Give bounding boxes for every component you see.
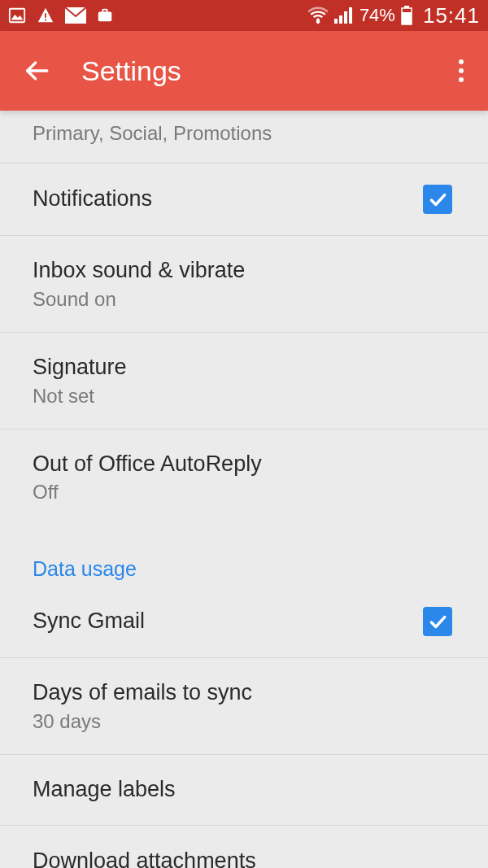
manage-labels-row[interactable]: Manage labels	[0, 755, 488, 826]
inbox-sound-row[interactable]: Inbox sound & vibrate Sound on	[0, 236, 488, 333]
cell-signal-icon	[333, 7, 353, 24]
inbox-sound-subtitle: Sound on	[33, 288, 455, 311]
briefcase-icon	[96, 7, 114, 24]
check-icon	[427, 611, 448, 632]
check-icon	[427, 189, 448, 210]
svg-rect-9	[344, 11, 347, 24]
app-bar: Settings	[0, 31, 488, 111]
wifi-icon	[307, 7, 329, 24]
battery-percent: 74%	[359, 5, 395, 26]
days-sync-title: Days of emails to sync	[33, 679, 455, 707]
sync-gmail-title: Sync Gmail	[33, 608, 423, 635]
notifications-checkbox[interactable]	[423, 185, 452, 214]
download-attachments-title: Download attachments	[33, 848, 455, 868]
back-button[interactable]	[23, 57, 59, 85]
svg-rect-2	[45, 20, 46, 21]
ooo-subtitle: Off	[33, 481, 455, 504]
signature-subtitle: Not set	[33, 385, 455, 408]
svg-rect-0	[10, 9, 24, 23]
overflow-menu-button[interactable]	[451, 51, 472, 90]
warning-icon	[36, 7, 55, 24]
more-vert-icon	[459, 59, 464, 64]
signature-row[interactable]: Signature Not set	[0, 333, 488, 430]
battery-icon	[400, 6, 413, 25]
status-bar: 74% 15:41	[0, 0, 488, 31]
mail-icon	[65, 7, 86, 24]
days-sync-row[interactable]: Days of emails to sync 30 days	[0, 658, 488, 755]
days-sync-subtitle: 30 days	[33, 710, 455, 733]
ooo-title: Out of Office AutoReply	[33, 451, 455, 478]
svg-rect-13	[402, 12, 412, 24]
signature-title: Signature	[33, 354, 455, 382]
ooo-row[interactable]: Out of Office AutoReply Off	[0, 430, 488, 526]
svg-rect-5	[102, 10, 107, 13]
svg-rect-10	[349, 7, 352, 24]
arrow-left-icon	[23, 57, 50, 85]
notifications-row[interactable]: Notifications	[0, 164, 488, 236]
inbox-categories-subtitle: Primary, Social, Promotions	[33, 122, 455, 145]
svg-rect-7	[334, 19, 338, 24]
inbox-categories-row[interactable]: Primary, Social, Promotions	[0, 111, 488, 164]
svg-rect-1	[45, 13, 46, 18]
picture-icon	[8, 7, 26, 24]
inbox-sound-title: Inbox sound & vibrate	[33, 257, 455, 285]
sync-gmail-row[interactable]: Sync Gmail	[0, 595, 488, 658]
notifications-title: Notifications	[33, 185, 423, 213]
page-title: Settings	[81, 55, 181, 87]
sync-gmail-checkbox[interactable]	[423, 607, 452, 636]
settings-list: Primary, Social, Promotions Notification…	[0, 111, 488, 868]
clock-text: 15:41	[423, 3, 480, 28]
download-attachments-row[interactable]: Download attachments	[0, 826, 488, 868]
svg-rect-8	[339, 15, 342, 24]
manage-labels-title: Manage labels	[33, 776, 455, 804]
section-header-data-usage: Data usage	[0, 525, 488, 595]
